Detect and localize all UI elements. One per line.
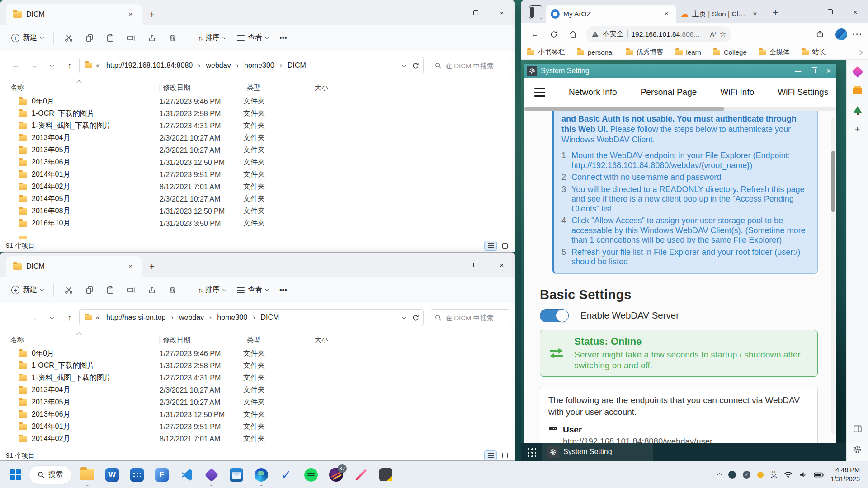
file-row[interactable]: 1-OCR_下载的图片 1/31/2023 2:58 PM 文件夹 xyxy=(0,108,515,120)
close-tab-icon[interactable]: × xyxy=(125,261,136,272)
file-row[interactable]: 2014年01月 1/27/2023 9:51 PM 文件夹 xyxy=(0,421,515,433)
breadcrumb-segment[interactable]: webdav xyxy=(176,312,212,323)
recent-locations-icon[interactable] xyxy=(43,309,60,326)
close-tab-icon[interactable]: × xyxy=(125,9,136,20)
settings-tab[interactable]: WiFi Info xyxy=(720,87,754,97)
minimize-button[interactable]: — xyxy=(792,0,817,23)
column-name[interactable]: 名称 xyxy=(10,84,160,92)
spotify-icon[interactable] xyxy=(303,467,319,483)
settings-tab[interactable]: WiFi Settings xyxy=(778,87,828,97)
file-row[interactable]: 1-OCR_下载的图片 1/31/2023 2:58 PM 文件夹 xyxy=(0,360,515,372)
explorer-tab[interactable]: DICM × xyxy=(6,256,142,277)
word-icon[interactable]: W xyxy=(104,467,120,483)
share-button[interactable] xyxy=(142,281,161,299)
webdav-toggle[interactable] xyxy=(540,309,569,322)
bookmark-folder[interactable]: College xyxy=(713,48,747,56)
refresh-icon[interactable] xyxy=(412,314,420,322)
f-app-icon[interactable]: F xyxy=(154,467,170,483)
file-row[interactable]: 1-资料_截图_下载的图片 1/27/2023 4:31 PM 文件夹 xyxy=(0,120,515,132)
ime-indicator[interactable]: 英 xyxy=(770,470,777,479)
back-button[interactable]: ← xyxy=(526,26,543,42)
battery-icon[interactable] xyxy=(814,472,824,478)
cut-button[interactable] xyxy=(59,281,78,299)
more-button[interactable]: ••• xyxy=(275,282,292,298)
add-sidebar-item-icon[interactable]: + xyxy=(854,124,860,134)
column-size[interactable]: 大小 xyxy=(311,336,356,344)
restore-button[interactable] xyxy=(806,64,821,78)
up-button[interactable]: ↑ xyxy=(61,309,78,326)
maximize-button[interactable] xyxy=(462,253,489,277)
breadcrumb-segment[interactable]: DICM xyxy=(285,60,309,71)
file-row[interactable]: 0年0月 1/27/2023 9:46 PM 文件夹 xyxy=(0,95,515,108)
file-row[interactable]: 2014年02月 8/12/2021 7:01 AM 文件夹 xyxy=(0,433,515,445)
endpoint-url[interactable]: http://192.168.101.84:8080/webdav/user xyxy=(563,436,712,443)
thumbnail-view-button[interactable] xyxy=(499,450,511,460)
file-row[interactable]: 2016年10月 1/31/2023 3:50 PM 文件夹 xyxy=(0,217,515,230)
delete-button[interactable] xyxy=(163,281,182,299)
share-button[interactable] xyxy=(142,29,161,47)
address-bar[interactable]: « http://192.168.101.84:8080webdavhome30… xyxy=(79,57,424,74)
address-dropdown-icon[interactable] xyxy=(402,314,406,319)
sort-button[interactable]: ↑↓ 排序 xyxy=(193,29,231,46)
close-tab-icon[interactable]: × xyxy=(661,9,672,19)
browser-menu-icon[interactable]: ··· xyxy=(853,30,863,38)
bookmark-folder[interactable]: 全媒体 xyxy=(759,48,790,56)
close-tab-icon[interactable]: × xyxy=(750,9,760,19)
search-input[interactable] xyxy=(445,314,500,322)
wifi-icon[interactable] xyxy=(784,471,793,478)
settings-tab[interactable]: Network Info xyxy=(569,87,617,97)
file-row[interactable]: 2014年01月 1/27/2023 9:51 PM 文件夹 xyxy=(0,169,515,181)
more-button[interactable]: ••• xyxy=(275,30,292,46)
up-button[interactable]: ↑ xyxy=(61,57,78,74)
details-view-button[interactable] xyxy=(484,450,497,460)
favorites-star-icon[interactable]: ☆ xyxy=(720,30,726,38)
breadcrumb-segment[interactable]: home300 xyxy=(241,60,283,71)
calendar-icon[interactable] xyxy=(129,467,145,483)
browser-tab-active[interactable]: My ArOZ × xyxy=(546,5,676,23)
mail-icon[interactable] xyxy=(229,467,244,483)
file-explorer-icon[interactable] xyxy=(80,467,95,483)
breadcrumb-segment[interactable]: DICM xyxy=(258,312,282,323)
sort-button[interactable]: ↑↓ 排序 xyxy=(193,282,231,298)
file-row[interactable]: 2013年04月 2/3/2021 10:27 AM 文件夹 xyxy=(0,384,515,396)
maximize-button[interactable] xyxy=(462,0,489,25)
column-name[interactable]: 名称 xyxy=(10,336,160,344)
new-tab-button[interactable]: + xyxy=(144,7,160,22)
extensions-icon[interactable] xyxy=(816,30,824,38)
browser-badge-icon[interactable]: 37 xyxy=(328,467,344,483)
system-setting-titlebar[interactable]: System Setting — ✕ xyxy=(524,64,836,78)
search-box[interactable] xyxy=(430,57,510,74)
hamburger-menu-icon[interactable] xyxy=(534,88,545,97)
todo-icon[interactable]: ✓ xyxy=(278,467,294,483)
copy-button[interactable] xyxy=(80,281,99,299)
read-aloud-icon[interactable]: A⁾ xyxy=(710,31,716,38)
forward-button[interactable]: → xyxy=(25,309,42,326)
file-row[interactable]: 2013年06月 1/31/2023 12:50 PM 文件夹 xyxy=(0,156,515,169)
breadcrumb-overflow-icon[interactable]: « xyxy=(96,314,100,322)
file-row[interactable]: 2014年05月 2/3/2021 10:27 AM 文件夹 xyxy=(0,193,515,205)
tab-workspaces-icon[interactable] xyxy=(529,5,542,19)
shopping-icon[interactable] xyxy=(852,66,863,77)
rename-button[interactable] xyxy=(122,29,141,47)
sidebar-settings-gear-icon[interactable] xyxy=(853,445,862,454)
collections-icon[interactable] xyxy=(853,88,862,94)
file-row[interactable]: 2013年05月 2/3/2021 10:27 AM 文件夹 xyxy=(0,396,515,408)
bookmark-folder[interactable]: 站长 xyxy=(802,48,826,56)
profile-avatar[interactable] xyxy=(835,28,847,40)
minimize-button[interactable]: — xyxy=(790,64,806,78)
file-row[interactable]: 2014年02月 8/12/2021 7:01 AM 文件夹 xyxy=(0,181,515,193)
edge-icon[interactable] xyxy=(254,467,269,483)
explorer-tab[interactable]: DICM × xyxy=(6,4,142,25)
minimize-button[interactable]: — xyxy=(436,0,462,25)
delete-button[interactable] xyxy=(163,29,182,47)
file-row[interactable]: 2016年08月 1/31/2023 12:50 PM 文件夹 xyxy=(0,205,515,217)
details-view-button[interactable] xyxy=(484,241,497,251)
volume-icon[interactable] xyxy=(799,471,807,478)
search-box[interactable] xyxy=(430,309,510,326)
maximize-button[interactable] xyxy=(817,0,843,23)
browser-tab-inactive[interactable]: ☁ 主页 | Slon | Cloudfla × xyxy=(676,5,765,23)
breadcrumb-segment[interactable]: http://nas.si-on.top xyxy=(104,312,175,323)
search-input[interactable] xyxy=(445,62,500,70)
open-sidebar-panel-icon[interactable] xyxy=(853,424,862,433)
address-pill[interactable]: 不安全 192.168.101.84:808... A⁾ ☆ xyxy=(586,26,731,42)
